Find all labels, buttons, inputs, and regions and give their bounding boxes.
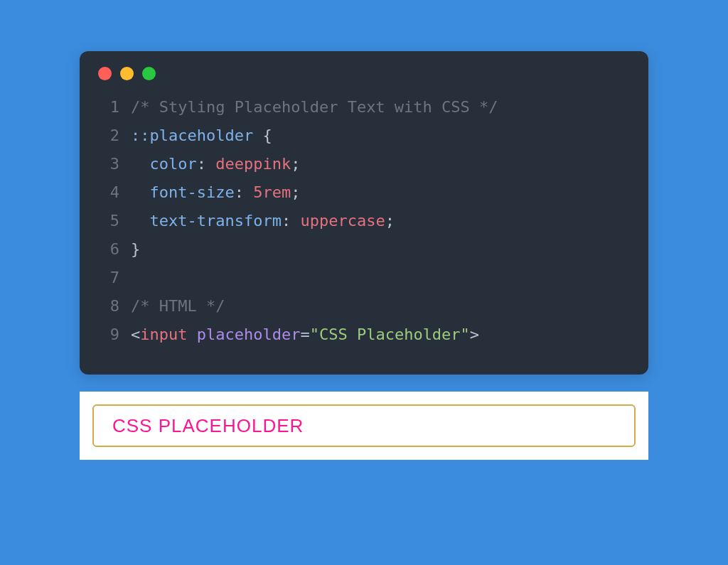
code-token: "CSS Placeholder" [310,325,470,343]
code-token: = [300,325,309,343]
preview-panel [80,392,648,460]
code-token: :: [131,127,150,144]
minimize-icon[interactable] [120,67,134,80]
code-token: input [140,325,196,343]
line-content: font-size: 5rem; [131,178,300,207]
line-number: 9 [98,321,119,349]
code-token: : [197,155,216,173]
code-line: 9<input placeholder="CSS Placeholder"> [98,321,630,349]
close-icon[interactable] [98,67,112,80]
line-content: /* HTML */ [131,292,225,321]
line-content: } [131,235,140,264]
line-number: 2 [98,122,119,150]
code-line: 5 text-transform: uppercase; [98,207,630,235]
code-token: { [262,127,272,144]
code-token: < [131,325,140,343]
line-content: /* Styling Placeholder Text with CSS */ [131,93,498,122]
code-area: 1/* Styling Placeholder Text with CSS */… [80,89,648,353]
code-token: text-transform [150,212,282,230]
line-number: 7 [98,264,119,292]
line-content: <input placeholder="CSS Placeholder"> [131,321,479,349]
code-token: > [470,325,479,343]
code-line: 4 font-size: 5rem; [98,178,630,207]
placeholder-demo-input[interactable] [92,404,636,447]
code-token [131,155,150,173]
code-token: uppercase [300,212,385,230]
line-number: 4 [98,178,119,207]
line-content: ::placeholder { [131,122,272,150]
code-token: /* Styling Placeholder Text with CSS */ [131,98,498,116]
code-token: ; [385,212,395,230]
code-line: 2::placeholder { [98,122,630,150]
code-token: ; [291,183,300,201]
code-line: 6} [98,235,630,264]
code-token: font-size [150,183,235,201]
code-line: 3 color: deeppink; [98,150,630,178]
code-token: : [235,183,254,201]
code-token: placeholder [150,127,263,144]
line-content: text-transform: uppercase; [131,207,395,235]
line-number: 6 [98,235,119,264]
code-line: 7 [98,264,630,292]
code-token: ; [291,155,300,173]
window-titlebar [80,51,648,89]
code-token [131,212,150,230]
code-token: rem [262,183,291,201]
code-token: deeppink [215,155,291,173]
code-token: : [282,212,301,230]
maximize-icon[interactable] [142,67,156,80]
line-number: 1 [98,93,119,122]
code-token: color [150,155,197,173]
code-token: } [131,240,140,258]
code-token: placeholder [197,325,301,343]
code-token: /* HTML */ [131,297,225,315]
line-number: 3 [98,150,119,178]
line-content: color: deeppink; [131,150,300,178]
code-editor-window: 1/* Styling Placeholder Text with CSS */… [80,51,648,375]
code-token: 5 [253,183,262,201]
code-token [131,183,150,201]
code-line: 8/* HTML */ [98,292,630,321]
code-line: 1/* Styling Placeholder Text with CSS */ [98,93,630,122]
line-number: 5 [98,207,119,235]
line-number: 8 [98,292,119,321]
